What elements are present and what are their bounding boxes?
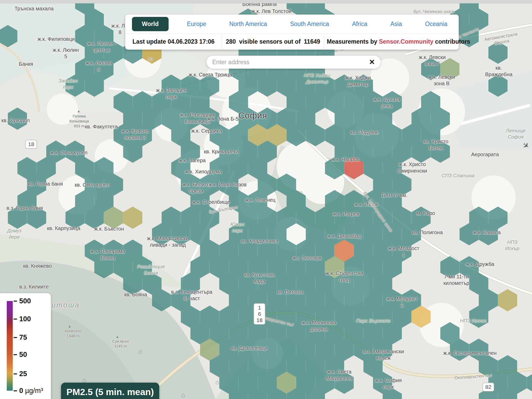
legend-panel: 5001007550250 µg/m³ [0, 293, 51, 399]
legend-tick-dash [14, 354, 17, 355]
legend-tick-500: 500 [14, 297, 31, 305]
legend-tick-75: 75 [14, 333, 27, 342]
legend-tick-label: 0 µg/m³ [19, 387, 43, 395]
legend-tick-dash [14, 373, 17, 374]
last-update-text: Last update 04.06.2023 17:06 [125, 34, 222, 50]
legend-gradient-bar [7, 301, 13, 391]
legend-tick-label: 25 [19, 370, 27, 378]
legend-tick-50: 50 [14, 351, 27, 359]
address-search-bar: ✕ [207, 56, 381, 69]
pm25-toggle-button[interactable]: PM2.5 (5 min. mean) [61, 383, 159, 399]
legend-tick-25: 25 [14, 370, 27, 378]
clear-search-icon[interactable]: ✕ [368, 59, 375, 66]
address-input[interactable] [212, 58, 368, 66]
tab-north-america[interactable]: North America [224, 18, 272, 30]
attribution-prefix: Measurements by [327, 38, 379, 45]
attribution-suffix: contributors [433, 38, 470, 45]
tab-south-america[interactable]: South America [285, 18, 334, 30]
legend-tick-0: 0 µg/m³ [14, 387, 43, 395]
status-bar: Last update 04.06.2023 17:06 280 visible… [125, 33, 459, 50]
legend-tick-dash [14, 337, 17, 338]
legend-tick-dash [14, 318, 17, 319]
legend-tick-label: 100 [19, 315, 31, 323]
tab-oceania[interactable]: Oceania [420, 18, 452, 30]
legend-unit-label: µg/m³ [23, 387, 43, 395]
tab-europe[interactable]: Europe [182, 18, 211, 30]
legend-tick-dash [14, 300, 17, 302]
region-tabs: WorldEuropeNorth AmericaSouth AmericaAfr… [125, 15, 459, 33]
legend-tick-label: 50 [19, 351, 27, 359]
attribution-text: Measurements by Sensor.Community contrib… [324, 34, 473, 50]
visible-sensors-text: 280 visible sensors out of 11649 [222, 34, 324, 50]
legend-tick-label: 500 [19, 297, 31, 305]
region-nav-panel: WorldEuropeNorth AmericaSouth AmericaAfr… [125, 15, 459, 50]
legend-tick-100: 100 [14, 315, 31, 323]
sensor-community-link[interactable]: Sensor.Community [379, 38, 434, 45]
legend-tick-label: 75 [19, 333, 27, 342]
tab-africa[interactable]: Africa [347, 18, 372, 30]
tab-asia[interactable]: Asia [386, 18, 407, 30]
browser-edge-strip [0, 0, 532, 3]
legend-tick-dash [14, 390, 17, 391]
tab-world[interactable]: World [132, 17, 169, 31]
